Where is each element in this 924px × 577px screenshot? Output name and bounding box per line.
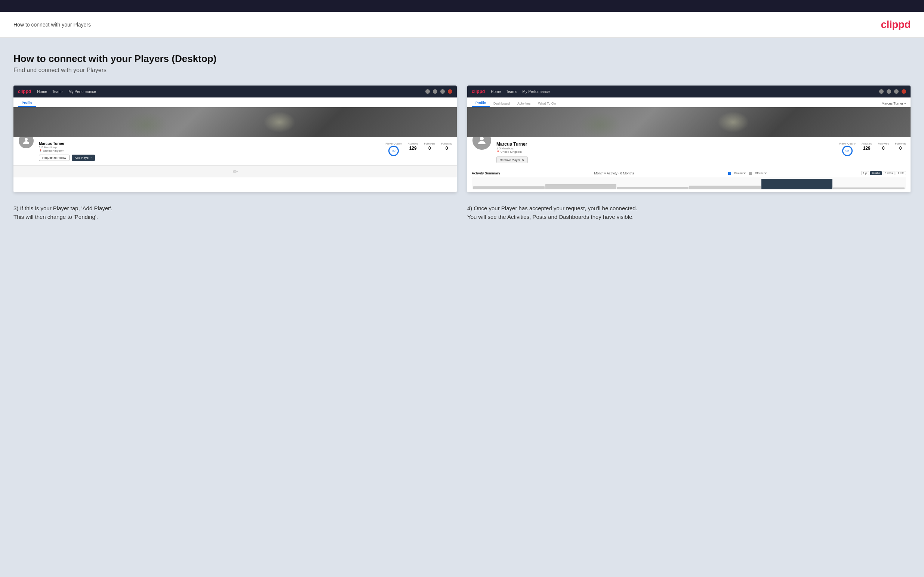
page-header-title: How to connect with your Players [13,22,91,27]
time-btn-3mths[interactable]: 3 mths [883,171,895,175]
mock-profile-location-2: 📍 United Kingdom [496,150,835,153]
remove-player-btn[interactable]: Remove Player ✕ [496,156,528,163]
mock-stat-activities-label-2: Activities [862,142,872,145]
mock-stat-followers-label-2: Followers [878,142,889,145]
page-footer: Copyright Clippd 2022 [0,570,924,577]
mock-tab-dashboard-2[interactable]: Dashboard [489,100,514,107]
avatar-icon-2 [901,89,906,94]
caption-row: 3) If this is your Player tap, 'Add Play… [13,204,911,221]
mock-tab-dropdown-2[interactable]: Marcus Turner ▾ [881,100,906,107]
mock-profile-1: Marcus Turner 1-5 Handicap 📍 United King… [13,137,457,166]
screenshots-row: clippd Home Teams My Performance Profile [13,85,911,192]
mock-tabs-2: Profile Dashboard Activities What To On … [467,97,911,107]
off-course-label: Off course [755,172,767,174]
search-icon-1 [425,89,430,94]
chart-bar-4 [689,185,761,189]
mock-stat-followers-1: Followers 0 [424,142,435,151]
mock-tabs-1: Profile [13,97,457,107]
mock-nav-icons-1 [425,89,452,94]
main-content: How to connect with your Players (Deskto… [0,38,924,570]
mock-profile-info-2: Marcus Turner 1-5 Handicap 📍 United King… [496,140,835,163]
mock-quality-1: Player Quality 92 [385,142,402,156]
mock-tab-activities-2[interactable]: Activities [514,100,535,107]
mock-app-2: clippd Home Teams My Performance Profile… [467,85,911,192]
mock-activity-legend: On course Off course [728,172,767,175]
mock-profile-buttons-2: Remove Player ✕ [496,156,835,163]
mock-activity-title: Activity Summary [472,171,500,175]
mock-profile-location-1: 📍 United Kingdom [39,149,381,152]
on-course-label: On course [734,172,746,174]
time-btn-1mth[interactable]: 1 mth [896,171,906,175]
chart-bar-6 [833,187,905,189]
mock-nav-2: clippd Home Teams My Performance [467,85,911,97]
request-to-follow-btn[interactable]: Request to Follow [39,155,69,161]
mock-nav-logo-2: clippd [472,89,485,94]
mock-activity-period: Monthly Activity · 6 Months [594,171,634,175]
chart-bar-2 [545,184,617,189]
add-player-btn[interactable]: Add Player + [72,155,95,161]
mock-stat-activities-1: Activities 129 [408,142,418,151]
mock-hero-1 [13,107,457,137]
mock-stat-activities-label-1: Activities [408,142,418,145]
mock-profile-buttons-1: Request to Follow Add Player + [39,155,381,161]
mock-stat-activities-value-2: 129 [862,146,872,151]
mock-stat-followers-value-2: 0 [878,146,889,151]
mock-stat-followers-label-1: Followers [424,142,435,145]
mock-tab-profile-1[interactable]: Profile [18,99,36,107]
mock-hero-overlay-1 [13,107,457,137]
chart-bar-3 [617,187,688,189]
mock-tab-whattoon-2[interactable]: What To On [535,100,560,107]
mock-stat-activities-2: Activities 129 [862,142,872,151]
mock-nav-myperformance-1: My Performance [68,90,96,94]
screenshot-2: clippd Home Teams My Performance Profile… [467,85,911,192]
mock-time-btns: 1 yr 6 mths 3 mths 1 mth [861,171,906,175]
mock-activity-summary: Activity Summary Monthly Activity · 6 Mo… [467,168,911,192]
mock-stats-1: Player Quality 92 Activities 129 Followe… [385,140,452,156]
caption-4: 4) Once your Player has accepted your re… [467,204,911,221]
mock-stat-following-label-1: Following [441,142,452,145]
mock-quality-circle-1: 92 [388,146,399,156]
mock-nav-home-1: Home [37,90,47,94]
mock-stat-following-label-2: Following [895,142,906,145]
mock-stat-followers-value-1: 0 [424,146,435,151]
off-course-dot [749,172,752,175]
search-icon-2 [879,89,884,94]
mock-chart [472,177,906,189]
mock-quality-2: Player Quality 92 [839,142,856,156]
caption-3: 3) If this is your Player tap, 'Add Play… [13,204,457,221]
caption-col-3: 3) If this is your Player tap, 'Add Play… [13,204,457,221]
mock-profile-handicap-1: 1-5 Handicap [39,146,381,149]
avatar-icon [22,136,31,145]
user-icon-2 [887,89,891,94]
chart-bar-1 [473,186,544,189]
mock-profile-handicap-2: 1-5 Handicap [496,147,835,150]
chart-bar-5 [761,179,833,189]
clippd-logo: clippd [881,19,911,31]
time-btn-6mths[interactable]: 6 mths [870,171,882,175]
on-course-dot [728,172,731,175]
pencil-icon: ✏ [233,168,238,175]
mock-nav-myperformance-2: My Performance [522,90,549,94]
mock-stat-following-1: Following 0 [441,142,452,151]
mock-activity-header: Activity Summary Monthly Activity · 6 Mo… [472,171,906,175]
mock-hero-2 [467,107,911,137]
user-icon-1 [433,89,437,94]
mock-nav-icons-2 [879,89,906,94]
svg-point-0 [25,138,27,141]
settings-icon-2 [894,89,898,94]
mock-profile-2: Marcus Turner 1-5 Handicap 📍 United King… [467,137,911,168]
settings-icon-1 [440,89,445,94]
avatar-icon-1 [448,89,452,94]
mock-nav-teams-1: Teams [52,90,63,94]
mock-stat-following-value-2: 0 [895,146,906,151]
mock-tab-profile-2[interactable]: Profile [472,99,489,107]
mock-nav-1: clippd Home Teams My Performance [13,85,457,97]
pin-icon-2: 📍 [496,150,500,153]
page-subtitle: Find and connect with your Players [13,67,911,74]
mock-nav-teams-2: Teams [506,90,517,94]
mock-stats-2: Player Quality 92 Activities 129 Followe… [839,140,906,156]
mock-hero-overlay-2 [467,107,911,137]
caption-col-4: 4) Once your Player has accepted your re… [467,204,911,221]
mock-stat-followers-2: Followers 0 [878,142,889,151]
time-btn-1yr[interactable]: 1 yr [861,171,869,175]
